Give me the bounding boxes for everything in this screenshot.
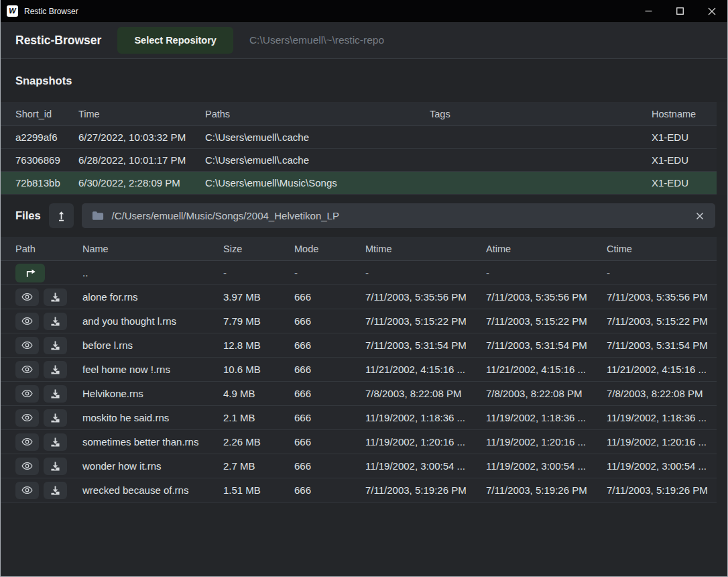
eye-icon <box>21 317 33 325</box>
eye-icon <box>21 293 33 301</box>
snapshots-title: Snapshots <box>15 74 72 87</box>
file-atime: 7/11/2003, 5:15:22 PM <box>486 315 607 327</box>
file-atime: 11/19/2002, 3:00:54 ... <box>486 460 607 472</box>
snapshot-time: 6/28/2022, 10:01:17 PM <box>78 154 205 166</box>
eye-icon <box>21 413 33 422</box>
file-name: before l.rns <box>82 339 223 351</box>
file-ctime: 7/11/2003, 5:15:22 PM <box>607 315 717 327</box>
download-file-button[interactable] <box>44 288 67 306</box>
eye-icon <box>21 462 33 470</box>
file-size: 2.1 MB <box>223 412 294 423</box>
snapshot-paths: C:\Users\emuell\Music\Songs <box>205 177 430 189</box>
wails-logo-icon: W <box>7 5 18 17</box>
column-ctime: Ctime <box>607 244 717 254</box>
file-size: 7.79 MB <box>223 315 294 327</box>
file-row: feel home now !.rns 10.6 MB 666 11/21/20… <box>1 358 717 382</box>
snapshot-paths: C:\Users\emuell\.cache <box>205 132 430 143</box>
file-mode: 666 <box>294 315 365 327</box>
snapshot-short-id: 72b813bb <box>15 177 78 189</box>
file-mtime: 11/21/2002, 4:15:16 ... <box>365 364 486 375</box>
file-atime: 11/19/2002, 1:20:16 ... <box>486 436 607 448</box>
window-title: Restic Browser <box>24 7 78 16</box>
snapshot-hostname: X1-EDU <box>652 177 717 189</box>
file-mode: 666 <box>294 339 365 351</box>
file-mtime: 11/19/2002, 1:20:16 ... <box>365 436 486 448</box>
current-path-bar[interactable]: /C/Users/emuell/Music/Songs/2004_Helveti… <box>82 203 715 228</box>
download-icon <box>50 317 60 326</box>
file-size: 2.7 MB <box>223 460 294 472</box>
file-row: and you thought l.rns 7.79 MB 666 7/11/2… <box>1 309 717 333</box>
up-to-root-button[interactable] <box>49 203 74 228</box>
file-atime: 7/8/2003, 8:22:08 PM <box>486 388 607 399</box>
file-size: 2.26 MB <box>223 436 294 448</box>
file-mode: 666 <box>294 364 365 375</box>
preview-file-button[interactable] <box>15 288 39 306</box>
snapshot-row[interactable]: a2299af6 6/27/2022, 10:03:32 PM C:\Users… <box>1 126 717 149</box>
snapshots-table-body: a2299af6 6/27/2022, 10:03:32 PM C:\Users… <box>1 126 727 195</box>
download-icon <box>50 437 60 447</box>
preview-file-button[interactable] <box>15 337 39 354</box>
file-ctime: 11/19/2002, 1:20:16 ... <box>607 436 717 448</box>
column-path: Path <box>15 244 82 254</box>
clear-path-button[interactable] <box>694 211 705 221</box>
file-mtime: 11/19/2002, 1:18:36 ... <box>365 412 486 423</box>
file-atime: 7/11/2003, 5:31:54 PM <box>486 339 607 351</box>
download-file-button[interactable] <box>44 313 67 330</box>
preview-file-button[interactable] <box>15 361 39 378</box>
file-name: alone for.rns <box>82 291 223 303</box>
file-size: 1.51 MB <box>223 484 294 496</box>
snapshot-row[interactable]: 76306869 6/28/2022, 10:01:17 PM C:\Users… <box>1 149 717 172</box>
file-name: wonder how it.rns <box>82 460 223 472</box>
download-file-button[interactable] <box>44 361 67 378</box>
column-tags: Tags <box>430 109 652 119</box>
download-file-button[interactable] <box>44 409 67 427</box>
select-repository-button[interactable]: Select Repository <box>117 27 233 54</box>
snapshots-table-header: Short_id Time Paths Tags Hostname <box>1 102 717 126</box>
download-file-button[interactable] <box>44 433 67 451</box>
file-size: - <box>223 267 294 278</box>
files-toolbar: Files /C/Users/emuell/Music/Songs/2004_H… <box>1 195 727 237</box>
clear-path-icon <box>696 212 704 220</box>
snapshot-row[interactable]: 72b813bb 6/30/2022, 2:28:09 PM C:\Users\… <box>1 172 717 195</box>
eye-icon <box>21 389 33 398</box>
preview-file-button[interactable] <box>15 385 39 403</box>
close-button[interactable] <box>696 0 727 22</box>
file-mode: 666 <box>294 412 365 423</box>
file-mode: 666 <box>294 291 365 303</box>
download-file-button[interactable] <box>44 385 67 403</box>
snapshot-paths: C:\Users\emuell\.cache <box>205 154 430 166</box>
column-atime: Atime <box>486 244 607 254</box>
file-atime: 11/19/2002, 1:18:36 ... <box>486 412 607 423</box>
file-name: moskito he said.rns <box>82 412 223 423</box>
snapshot-hostname: X1-EDU <box>652 154 717 166</box>
eye-icon <box>21 437 33 446</box>
download-file-button[interactable] <box>44 482 67 499</box>
minimize-button[interactable] <box>633 0 664 22</box>
file-mtime: 7/11/2003, 5:19:26 PM <box>365 484 486 496</box>
go-to-parent-button[interactable] <box>15 264 45 282</box>
preview-file-button[interactable] <box>15 458 39 475</box>
file-atime: 7/11/2003, 5:19:26 PM <box>486 484 607 496</box>
download-file-button[interactable] <box>44 337 67 354</box>
file-row: wonder how it.rns 2.7 MB 666 11/19/2002,… <box>1 454 717 478</box>
file-mtime: 7/8/2003, 8:22:08 PM <box>365 388 486 399</box>
files-table-header: Path Name Size Mode Mtime Atime Ctime <box>1 237 717 261</box>
download-file-button[interactable] <box>44 458 67 475</box>
snapshot-time: 6/30/2022, 2:28:09 PM <box>78 177 205 189</box>
app-window: W Restic Browser Restic-Browser Select R… <box>0 0 728 577</box>
maximize-icon <box>676 7 684 15</box>
file-mode: 666 <box>294 388 365 399</box>
maximize-button[interactable] <box>664 0 696 22</box>
preview-file-button[interactable] <box>15 482 39 499</box>
file-ctime: 11/19/2002, 1:18:36 ... <box>607 412 717 423</box>
current-path-text: /C/Users/emuell/Music/Songs/2004_Helveti… <box>112 210 339 221</box>
download-icon <box>50 341 60 350</box>
empty-area <box>1 503 727 576</box>
preview-file-button[interactable] <box>15 313 39 330</box>
preview-file-button[interactable] <box>15 409 39 427</box>
file-ctime: 7/11/2003, 5:31:54 PM <box>607 339 717 351</box>
file-row: moskito he said.rns 2.1 MB 666 11/19/200… <box>1 406 717 430</box>
preview-file-button[interactable] <box>15 433 39 451</box>
app-name: Restic-Browser <box>15 34 101 48</box>
file-atime: - <box>486 267 607 278</box>
